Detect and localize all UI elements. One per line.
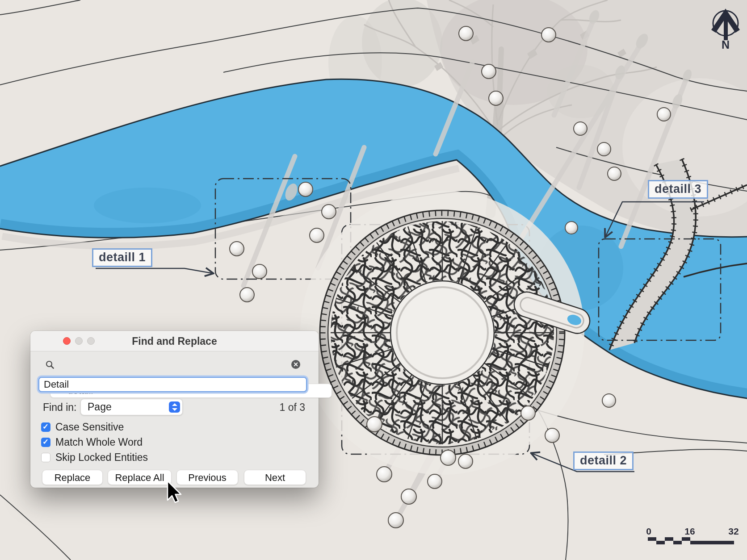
previous-button[interactable]: Previous [176, 470, 238, 485]
clear-search-icon[interactable]: ✕ [291, 360, 300, 369]
checkbox-label: Match Whole Word [55, 436, 143, 448]
checkbox-icon[interactable] [41, 438, 50, 447]
replace-all-button[interactable]: Replace All [108, 470, 172, 485]
next-button[interactable]: Next [244, 470, 306, 485]
select-stepper-icon [169, 401, 180, 413]
search-icon [46, 360, 54, 371]
checkbox-label: Skip Locked Entities [55, 451, 148, 464]
north-label: N [717, 38, 734, 51]
scale-tick-32: 32 [724, 526, 743, 537]
find-in-selected-value: Page [88, 401, 112, 413]
match-count: 1 of 3 [279, 401, 305, 414]
replace-input[interactable] [38, 377, 307, 392]
detail-label-3[interactable]: detaill 3 [648, 180, 708, 199]
mouse-cursor-icon [167, 481, 185, 507]
dialog-title: Find and Replace [30, 335, 319, 347]
scale-tick-0: 0 [639, 526, 659, 537]
find-in-select[interactable]: Page [80, 399, 183, 415]
replace-button[interactable]: Replace [42, 470, 103, 485]
find-replace-dialog: Find and Replace ✕ Find in: Page 1 of 3 [30, 331, 319, 488]
checkbox-icon[interactable] [41, 453, 50, 462]
checkbox-icon[interactable] [41, 422, 50, 432]
find-in-label: Find in: [43, 401, 76, 414]
scale-tick-16: 16 [680, 526, 700, 537]
detail-label-2[interactable]: detaill 2 [573, 451, 634, 470]
dialog-titlebar[interactable]: Find and Replace [30, 331, 319, 351]
app-window: detaill 1 detaill 2 detaill 3 N 0 16 32 … [0, 0, 747, 560]
checkbox-label: Case Sensitive [55, 421, 124, 433]
detail-label-1[interactable]: detaill 1 [92, 248, 152, 267]
